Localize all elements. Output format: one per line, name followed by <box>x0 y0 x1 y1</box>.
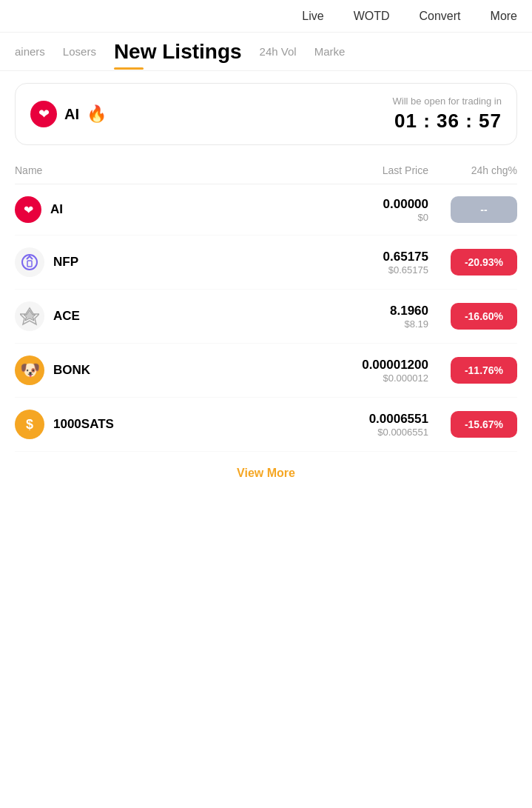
nav-item-more[interactable]: More <box>491 4 517 29</box>
view-more-button[interactable]: View More <box>237 467 295 480</box>
row-name-nfp: NFP <box>15 247 310 277</box>
nfp-price-col: 0.65175 $0.65175 <box>310 250 428 276</box>
svg-marker-3 <box>24 310 36 321</box>
bonk-change-col: -11.76% <box>428 357 517 384</box>
ace-icon <box>15 301 44 331</box>
bonk-price-main: 0.00001200 <box>310 358 428 373</box>
table-row[interactable]: ACE 8.1960 $8.19 -16.60% <box>15 290 517 344</box>
ace-token-name: ACE <box>53 309 80 324</box>
row-name-1000sats: $ 1000SATS <box>15 410 310 439</box>
featured-card-left: ❤ AI 🔥 <box>30 101 107 127</box>
ace-change-badge: -16.60% <box>451 303 517 330</box>
bonk-token-name: BONK <box>53 363 90 378</box>
ai-price-col: 0.00000 $0 <box>310 197 428 223</box>
ai-price-usd: $0 <box>310 212 428 223</box>
ai-price-main: 0.00000 <box>310 197 428 212</box>
sats-price-usd: $0.0006551 <box>310 427 428 438</box>
ace-change-col: -16.60% <box>428 303 517 330</box>
row-name-bonk: 🐶 BONK <box>15 355 310 385</box>
nfp-price-main: 0.65175 <box>310 250 428 264</box>
subnav-market[interactable]: Marke <box>314 41 346 62</box>
featured-token-name: AI <box>64 106 79 123</box>
tokens-table: Name Last Price 24h chg% ❤ AI 0.00000 $0… <box>0 157 532 452</box>
row-name-ace: ACE <box>15 301 310 331</box>
subnav-gainers[interactable]: ainers <box>15 41 45 62</box>
bonk-price-col: 0.00001200 $0.000012 <box>310 358 428 384</box>
featured-fire-icon: 🔥 <box>87 104 107 124</box>
header-change: 24h chg% <box>428 164 517 176</box>
ai-token-name: AI <box>50 202 63 217</box>
nav-item-live[interactable]: Live <box>302 4 323 29</box>
ace-price-usd: $8.19 <box>310 318 428 330</box>
sats-change-badge: -15.67% <box>451 411 517 438</box>
table-row[interactable]: 🐶 BONK 0.00001200 $0.000012 -11.76% <box>15 344 517 398</box>
header-name: Name <box>15 164 310 176</box>
nfp-price-usd: $0.65175 <box>310 264 428 276</box>
countdown-timer: 01 : 36 : 57 <box>393 110 502 133</box>
subnav-new-listings[interactable]: New Listings <box>114 36 242 68</box>
bonk-icon: 🐶 <box>15 355 44 385</box>
sats-price-main: 0.0006551 <box>310 412 428 427</box>
bonk-price-usd: $0.000012 <box>310 373 428 384</box>
ai-heart-icon: ❤ <box>15 196 41 223</box>
ace-price-main: 8.1960 <box>310 304 428 318</box>
ai-change-badge: -- <box>451 196 517 223</box>
nfp-token-name: NFP <box>53 255 78 270</box>
view-more-section: View More <box>0 452 532 502</box>
nav-item-wotd[interactable]: WOTD <box>354 4 390 29</box>
open-for-trading-text: Will be open for trading in <box>393 96 502 107</box>
featured-card-right: Will be open for trading in 01 : 36 : 57 <box>393 96 502 133</box>
row-name-ai: ❤ AI <box>15 196 310 223</box>
subnav-losers[interactable]: Losers <box>63 41 96 62</box>
sats-token-name: 1000SATS <box>53 417 114 432</box>
featured-card: ❤ AI 🔥 Will be open for trading in 01 : … <box>15 83 517 145</box>
nav-item-convert[interactable]: Convert <box>420 4 461 29</box>
subnav-24h-vol[interactable]: 24h Vol <box>260 41 297 62</box>
table-row[interactable]: $ 1000SATS 0.0006551 $0.0006551 -15.67% <box>15 398 517 452</box>
table-header: Name Last Price 24h chg% <box>15 157 517 184</box>
header-price: Last Price <box>310 164 428 176</box>
sats-icon: $ <box>15 410 44 439</box>
bonk-change-badge: -11.76% <box>451 357 517 384</box>
table-row[interactable]: NFP 0.65175 $0.65175 -20.93% <box>15 236 517 290</box>
sub-nav: ainers Losers New Listings 24h Vol Marke <box>0 33 532 71</box>
table-row[interactable]: ❤ AI 0.00000 $0 -- <box>15 184 517 236</box>
nfp-icon <box>15 247 44 277</box>
svg-rect-1 <box>27 261 32 267</box>
nfp-change-badge: -20.93% <box>451 249 517 276</box>
sats-change-col: -15.67% <box>428 411 517 438</box>
ace-price-col: 8.1960 $8.19 <box>310 304 428 330</box>
top-nav: Live WOTD Convert More <box>0 0 532 33</box>
ai-change-col: -- <box>428 196 517 223</box>
featured-heart-icon: ❤ <box>30 101 57 127</box>
nfp-change-col: -20.93% <box>428 249 517 276</box>
sats-price-col: 0.0006551 $0.0006551 <box>310 412 428 438</box>
